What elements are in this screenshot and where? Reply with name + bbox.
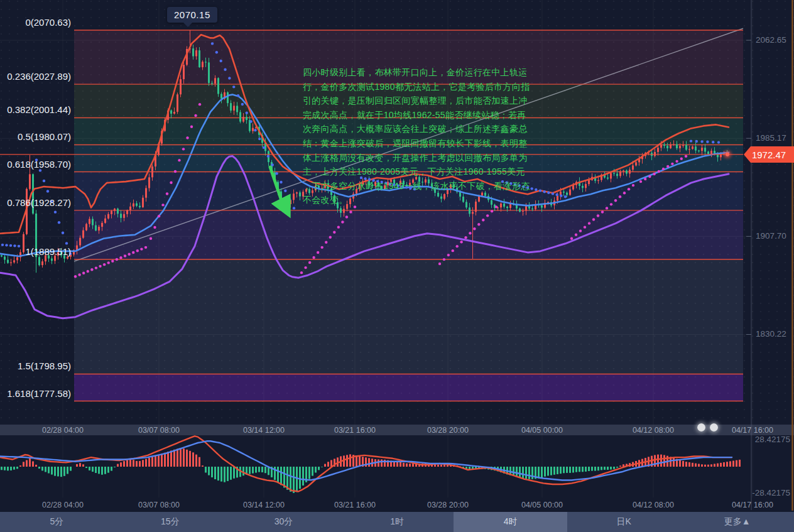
fib-label: 0.786(1928.27) (7, 197, 71, 208)
x-axis-band (0, 425, 794, 435)
y-axis-label: 2062.65 (756, 35, 786, 45)
macd-min-label: -28.42175 (752, 488, 790, 497)
indicator-dot[interactable] (697, 423, 705, 432)
y-axis-label: 1985.17 (756, 133, 786, 143)
timeframe-more[interactable]: 更多▲ (680, 512, 794, 532)
x-axis-label: 03/14 12:00 (243, 426, 285, 435)
analysis-annotation: 四小时级别上看，布林带开口向上，金价运行在中上轨运 行，金价多次测试1980都无… (303, 65, 534, 207)
x-axis-label: 03/07 08:00 (138, 501, 180, 509)
fib-label: 0(2070.63) (25, 17, 71, 28)
timeframe-30min[interactable]: 30分 (227, 512, 340, 532)
timeframe-5min[interactable]: 5分 (0, 512, 114, 532)
scroll-indicator-dots[interactable] (697, 423, 718, 432)
fib-label: 1(1889.51) (25, 246, 71, 257)
x-axis-label: 03/28 20:00 (427, 426, 469, 435)
trading-chart-app: 0(2070.63)0.236(2027.89)0.382(2001.44)0.… (0, 0, 794, 532)
last-price-dot (726, 153, 729, 156)
x-axis-label: 03/14 12:00 (243, 501, 285, 509)
fib-label: 0.382(2001.44) (7, 104, 71, 115)
x-axis-label: 02/28 04:00 (42, 426, 84, 435)
fib-label: 0.5(1980.07) (18, 131, 71, 142)
chart-region: 0(2070.63)0.236(2027.89)0.382(2001.44)0.… (0, 0, 794, 512)
fib-label: 0.236(2027.89) (7, 71, 71, 82)
x-axis-label: 03/21 16:00 (334, 501, 376, 509)
indicator-dot[interactable] (710, 423, 718, 432)
fib-label: 1.618(1777.58) (7, 388, 71, 399)
x-axis-label: 03/21 16:00 (334, 426, 376, 435)
fib-label: 0.618(1958.70) (7, 159, 71, 170)
macd-panel (0, 436, 741, 493)
timeframe-4hour[interactable]: 4时 (454, 512, 567, 532)
x-axis-label: 03/28 20:00 (427, 501, 469, 509)
x-axis-label: 03/07 08:00 (138, 426, 180, 435)
x-axis-label: 04/05 00:00 (521, 501, 563, 509)
x-axis-label: 04/17 16:00 (732, 501, 773, 509)
x-axis-label: 04/12 08:00 (633, 426, 674, 435)
current-price-tag: 1972.47 (744, 146, 794, 163)
fib-label: 1.5(1798.95) (18, 361, 71, 371)
x-axis-label: 04/05 00:00 (521, 426, 563, 435)
x-axis-label: 02/28 04:00 (42, 501, 84, 509)
high-price-tooltip: 2070.15 (167, 7, 217, 23)
timeframe-1hour[interactable]: 1时 (340, 512, 454, 532)
x-axis-label: 04/17 16:00 (732, 426, 773, 435)
timeframe-toolbar: 5分 15分 30分 1时 4时 日K 更多▲ (0, 512, 794, 532)
x-axis-label: 04/12 08:00 (633, 501, 674, 509)
y-axis-label: 1830.22 (756, 329, 786, 339)
macd-max-label: 28.42175 (755, 435, 790, 444)
y-axis-label: 1907.70 (756, 231, 786, 241)
timeframe-daily[interactable]: 日K (567, 512, 681, 532)
timeframe-15min[interactable]: 15分 (114, 512, 227, 532)
x-axis-labels-macd: 02/28 04:0003/07 08:0003/14 12:0003/21 1… (42, 501, 773, 509)
